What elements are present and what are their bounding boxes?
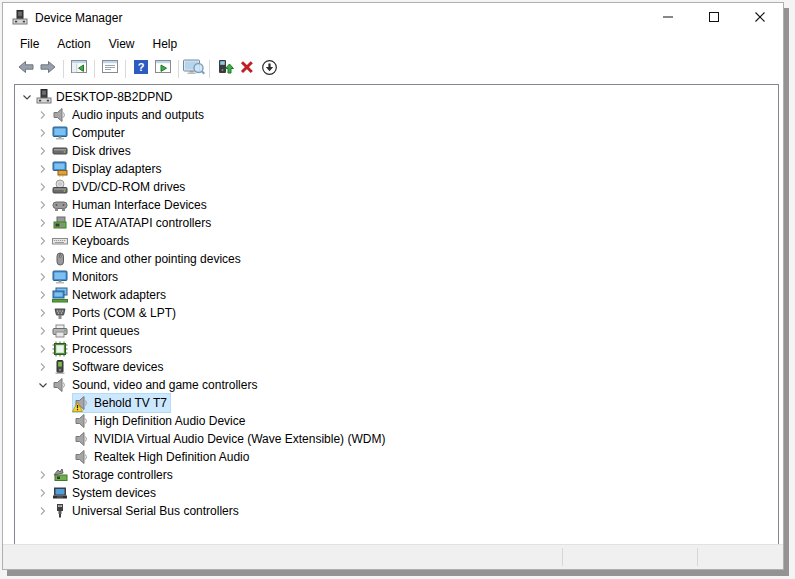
minimize-button[interactable]: [645, 3, 691, 33]
chevron-collapsed-icon[interactable]: [35, 125, 51, 141]
maximize-button[interactable]: [691, 3, 737, 33]
menu-item-view[interactable]: View: [100, 34, 144, 54]
tree-item-label: High Definition Audio Device: [94, 413, 248, 429]
maximize-icon: [708, 9, 720, 27]
tree-item[interactable]: Display adapters: [15, 160, 778, 178]
chevron-collapsed-icon[interactable]: [35, 269, 51, 285]
forward-button[interactable]: [37, 58, 59, 80]
tree-item[interactable]: DVD/CD-ROM drives: [15, 178, 778, 196]
show-action-pane-button[interactable]: [152, 58, 174, 80]
tree-item[interactable]: DESKTOP-8B2DPND: [15, 88, 778, 106]
toolbar-separator: [125, 60, 126, 78]
tree-item[interactable]: Keyboards: [15, 232, 778, 250]
chevron-collapsed-icon[interactable]: [35, 161, 51, 177]
uninstall-device-button[interactable]: [236, 58, 258, 80]
tree-item-label: Behold TV T7: [94, 395, 170, 411]
tree-item[interactable]: Realtek High Definition Audio: [15, 448, 778, 466]
tree-item[interactable]: NVIDIA Virtual Audio Device (Wave Extens…: [15, 430, 778, 448]
properties-button[interactable]: [99, 58, 121, 80]
tree-item[interactable]: Disk drives: [15, 142, 778, 160]
tree-item[interactable]: Print queues: [15, 322, 778, 340]
tree-item[interactable]: Monitors: [15, 268, 778, 286]
statusbar-divider: [562, 548, 563, 566]
dvd-drive-icon: [52, 179, 68, 195]
chevron-collapsed-icon[interactable]: [35, 215, 51, 231]
tree-item[interactable]: Behold TV T7: [15, 394, 778, 412]
device-tree-panel[interactable]: DESKTOP-8B2DPNDAudio inputs and outputsC…: [14, 84, 779, 546]
update-driver-button[interactable]: [214, 58, 236, 80]
back-icon: [17, 59, 35, 79]
properties-icon: [102, 59, 119, 79]
chevron-collapsed-icon[interactable]: [35, 107, 51, 123]
tree-item[interactable]: Universal Serial Bus controllers: [15, 502, 778, 520]
tree-item[interactable]: Human Interface Devices: [15, 196, 778, 214]
chevron-collapsed-icon[interactable]: [35, 359, 51, 375]
speaker-icon: [74, 413, 90, 429]
tree-item[interactable]: Storage controllers: [15, 466, 778, 484]
chevron-collapsed-icon[interactable]: [35, 323, 51, 339]
software-device-icon: [52, 359, 68, 375]
chevron-collapsed-icon[interactable]: [35, 467, 51, 483]
chevron-collapsed-icon[interactable]: [35, 251, 51, 267]
window-title: Device Manager: [35, 11, 122, 25]
device-manager-window: Device Manager FileActionViewHelp ? DESK…: [2, 2, 784, 570]
title-bar[interactable]: Device Manager: [3, 3, 783, 33]
menu-item-file[interactable]: File: [11, 34, 48, 54]
close-button[interactable]: [737, 3, 783, 33]
help-button[interactable]: ?: [130, 58, 152, 80]
tree-item-label: Storage controllers: [72, 467, 176, 483]
tree-item[interactable]: Processors: [15, 340, 778, 358]
tree-item-label: Display adapters: [72, 161, 164, 177]
speaker-icon: [74, 431, 90, 447]
device-manager-icon: [12, 10, 28, 26]
chevron-collapsed-icon[interactable]: [35, 485, 51, 501]
action-pane-icon: [155, 59, 172, 79]
chevron-expanded-icon[interactable]: [35, 377, 51, 393]
menu-bar: FileActionViewHelp: [3, 33, 783, 55]
tree-item-label: Computer: [72, 125, 128, 141]
tree-item-label: DVD/CD-ROM drives: [72, 179, 188, 195]
tree-item-label: Software devices: [72, 359, 166, 375]
tree-item-label: Mice and other pointing devices: [72, 251, 244, 267]
tree-item-label: NVIDIA Virtual Audio Device (Wave Extens…: [94, 431, 388, 447]
chevron-expanded-icon[interactable]: [19, 89, 35, 105]
close-icon: [754, 9, 766, 27]
disable-icon: [261, 59, 278, 80]
tree-item[interactable]: System devices: [15, 484, 778, 502]
menu-item-help[interactable]: Help: [144, 34, 187, 54]
disk-drive-icon: [52, 143, 68, 159]
scan-hardware-changes-button[interactable]: [183, 58, 205, 80]
tree-item[interactable]: Mice and other pointing devices: [15, 250, 778, 268]
mouse-icon: [52, 251, 68, 267]
device-tree: DESKTOP-8B2DPNDAudio inputs and outputsC…: [15, 88, 778, 520]
chevron-collapsed-icon[interactable]: [35, 287, 51, 303]
back-button[interactable]: [15, 58, 37, 80]
chevron-collapsed-icon[interactable]: [35, 233, 51, 249]
tree-item[interactable]: Computer: [15, 124, 778, 142]
speaker-icon: [74, 449, 90, 465]
tree-item[interactable]: Sound, video and game controllers: [15, 376, 778, 394]
chevron-collapsed-icon[interactable]: [35, 341, 51, 357]
tree-item[interactable]: Software devices: [15, 358, 778, 376]
chevron-collapsed-icon[interactable]: [35, 179, 51, 195]
monitor-icon: [52, 125, 68, 141]
tree-item[interactable]: IDE ATA/ATAPI controllers: [15, 214, 778, 232]
show-console-tree-button[interactable]: [68, 58, 90, 80]
menu-item-action[interactable]: Action: [48, 34, 99, 54]
tree-item[interactable]: Ports (COM & LPT): [15, 304, 778, 322]
chevron-collapsed-icon[interactable]: [35, 305, 51, 321]
tree-item-label: Disk drives: [72, 143, 134, 159]
storage-controller-icon: [52, 467, 68, 483]
network-adapter-icon: [52, 287, 68, 303]
speaker-icon: [52, 377, 68, 393]
serial-port-icon: [52, 305, 68, 321]
window-controls: [645, 3, 783, 33]
tree-item[interactable]: Audio inputs and outputs: [15, 106, 778, 124]
disable-device-button[interactable]: [258, 58, 280, 80]
chevron-collapsed-icon[interactable]: [35, 197, 51, 213]
toolbar-separator: [209, 60, 210, 78]
tree-item[interactable]: Network adapters: [15, 286, 778, 304]
chevron-collapsed-icon[interactable]: [35, 503, 51, 519]
chevron-collapsed-icon[interactable]: [35, 143, 51, 159]
tree-item[interactable]: High Definition Audio Device: [15, 412, 778, 430]
